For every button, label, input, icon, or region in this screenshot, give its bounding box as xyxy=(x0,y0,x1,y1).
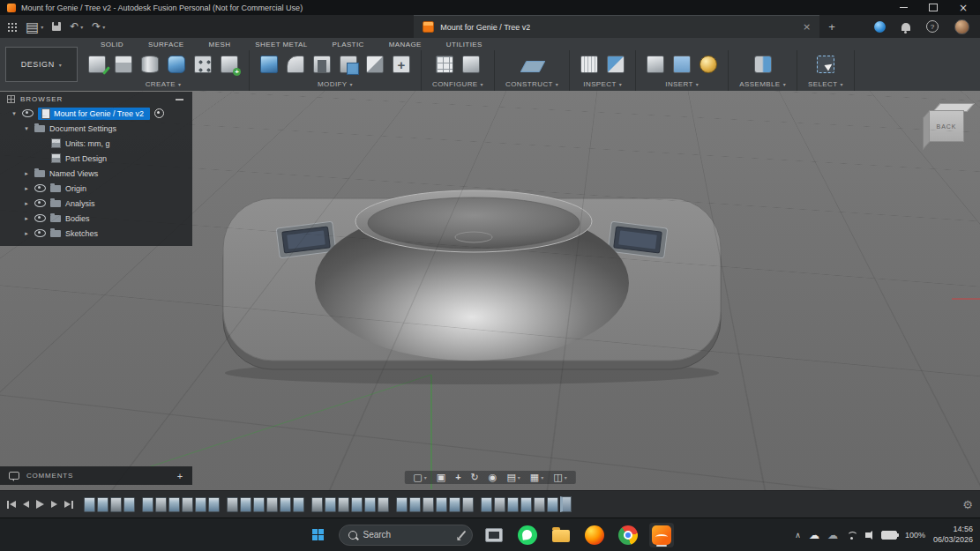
primitive-box-icon[interactable] xyxy=(115,56,132,73)
timeline-feature-icon[interactable] xyxy=(364,497,376,512)
tray-expand-chevron-icon[interactable]: ∧ xyxy=(795,531,801,540)
expand-arrow-icon[interactable]: ▸ xyxy=(23,170,30,177)
job-status-icon[interactable] xyxy=(874,21,886,33)
group-dropdown-assemble[interactable]: ASSEMBLE▾ xyxy=(739,80,786,88)
volume-icon[interactable] xyxy=(865,532,870,538)
timeline-feature-icon[interactable] xyxy=(253,497,265,512)
timeline-feature-icon[interactable] xyxy=(378,497,389,512)
skip-to-end-button[interactable] xyxy=(64,501,73,509)
expand-arrow-icon[interactable]: ▸ xyxy=(23,200,30,207)
timeline-feature-icon[interactable] xyxy=(462,497,474,512)
timeline-feature-icon[interactable] xyxy=(311,497,323,512)
save-button[interactable] xyxy=(52,22,61,31)
selected-root-item[interactable]: Mount for Genie / Tree v2 xyxy=(38,108,150,120)
primitive-cylinder-icon[interactable] xyxy=(141,56,159,73)
start-button[interactable] xyxy=(307,524,330,547)
timeline-feature-icon[interactable] xyxy=(280,497,291,512)
browser-item-root[interactable]: ▾ Mount for Genie / Tree v2 xyxy=(0,106,192,121)
skip-to-start-button[interactable] xyxy=(7,501,16,509)
create-sketch-icon[interactable] xyxy=(88,56,106,73)
timeline-feature-icon[interactable] xyxy=(494,497,505,512)
timeline-feature-icon[interactable] xyxy=(97,497,108,512)
onedrive-cloud-icon[interactable]: ☁ xyxy=(809,530,819,540)
derive-icon[interactable] xyxy=(221,56,238,73)
timeline-feature-icon[interactable] xyxy=(240,497,251,512)
maximize-button[interactable] xyxy=(929,4,938,11)
group-dropdown-select[interactable]: SELECT▾ xyxy=(808,80,843,88)
browser-item-document-settings[interactable]: ▾ Document Settings xyxy=(0,121,192,136)
combine-icon[interactable] xyxy=(340,56,357,73)
battery-icon[interactable] xyxy=(881,531,897,540)
fit-view-icon[interactable]: ▣ xyxy=(437,473,445,482)
tab-sheet-metal[interactable]: SHEET METAL xyxy=(243,41,319,48)
timeline-feature-icon[interactable] xyxy=(84,497,95,512)
system-app-button[interactable] xyxy=(482,523,506,547)
whatsapp-button[interactable] xyxy=(515,523,540,547)
timeline-feature-icon[interactable] xyxy=(520,497,532,512)
timeline-feature-icon[interactable] xyxy=(208,497,220,512)
create-form-icon[interactable] xyxy=(168,56,185,73)
visibility-eye-icon[interactable] xyxy=(34,184,46,192)
viewcube[interactable]: BACK xyxy=(918,99,969,148)
group-dropdown-construct[interactable]: CONSTRUCT▾ xyxy=(505,80,558,88)
timeline-feature-icon[interactable] xyxy=(423,497,434,512)
group-dropdown-insert[interactable]: INSERT▾ xyxy=(665,80,699,88)
redo-button[interactable]: ↷▾ xyxy=(92,22,105,31)
tab-mesh[interactable]: MESH xyxy=(197,41,243,48)
tab-utilities[interactable]: UTILITIES xyxy=(434,41,495,48)
timeline-feature-icon[interactable] xyxy=(110,497,122,512)
insert-mcmaster-icon[interactable] xyxy=(699,56,717,73)
pan-icon[interactable]: + xyxy=(455,473,460,482)
wifi-icon[interactable] xyxy=(846,531,857,540)
press-pull-icon[interactable] xyxy=(260,56,278,73)
step-back-button[interactable] xyxy=(23,501,29,508)
insert-mesh-icon[interactable] xyxy=(647,56,664,73)
expand-arrow-icon[interactable]: ▸ xyxy=(23,185,30,192)
new-tab-button[interactable]: + xyxy=(828,20,835,34)
display-settings-icon[interactable]: ▤▾ xyxy=(506,473,520,482)
timeline-feature-icon[interactable] xyxy=(481,497,492,512)
visibility-eye-icon[interactable] xyxy=(34,214,46,222)
timeline-feature-icon[interactable] xyxy=(507,497,519,512)
visibility-eye-icon[interactable] xyxy=(22,109,34,117)
timeline-feature-icon[interactable] xyxy=(182,497,193,512)
data-panel-toggle-icon[interactable] xyxy=(7,22,17,32)
activate-component-icon[interactable] xyxy=(154,108,164,118)
orbit-icon[interactable]: ↻ xyxy=(471,473,479,482)
construction-plane-icon[interactable] xyxy=(520,61,546,72)
timeline-feature-icon[interactable] xyxy=(325,497,336,512)
timeline-feature-icon[interactable] xyxy=(396,497,408,512)
help-icon[interactable]: ? xyxy=(926,20,939,33)
taskbar-search[interactable]: Search xyxy=(339,525,473,546)
chrome-button[interactable] xyxy=(616,523,640,547)
viewcube-front-face[interactable]: BACK xyxy=(929,110,964,142)
browser-item-bodies[interactable]: ▸ Bodies xyxy=(0,211,192,226)
timeline-settings-gear-icon[interactable]: ⚙ xyxy=(962,499,973,510)
select-tool-icon[interactable] xyxy=(817,56,834,73)
group-dropdown-configure[interactable]: CONFIGURE▾ xyxy=(432,80,483,88)
fillet-icon[interactable] xyxy=(287,56,304,73)
tab-plastic[interactable]: PLASTIC xyxy=(320,41,377,48)
timeline-feature-icon[interactable] xyxy=(227,497,238,512)
undo-button[interactable]: ↶▾ xyxy=(70,22,83,31)
firefox-button[interactable] xyxy=(582,523,607,547)
timeline-end-marker[interactable] xyxy=(560,496,572,512)
tab-surface[interactable]: SURFACE xyxy=(136,41,197,48)
pattern-icon[interactable] xyxy=(194,56,212,73)
timeline-feature-icon[interactable] xyxy=(168,497,180,512)
group-dropdown-inspect[interactable]: INSPECT▾ xyxy=(583,80,622,88)
add-comment-button[interactable]: + xyxy=(177,471,183,481)
user-avatar[interactable] xyxy=(954,19,969,34)
split-body-icon[interactable] xyxy=(366,56,384,73)
browser-item-origin[interactable]: ▸ Origin xyxy=(0,181,192,196)
timeline-feature-icon[interactable] xyxy=(409,497,421,512)
timeline-feature-icon[interactable] xyxy=(449,497,460,512)
selection-set-icon[interactable]: ▢▾ xyxy=(413,473,426,482)
look-at-icon[interactable]: ◉ xyxy=(489,473,497,482)
browser-item-sketches[interactable]: ▸ Sketches xyxy=(0,226,192,241)
document-tab[interactable]: Mount for Genie / Tree v2 × xyxy=(414,15,819,38)
configure-table-icon[interactable] xyxy=(436,56,453,73)
expand-arrow-icon[interactable]: ▾ xyxy=(11,110,18,117)
timeline-feature-icon[interactable] xyxy=(351,497,363,512)
fusion-taskbar-button[interactable] xyxy=(649,523,674,547)
